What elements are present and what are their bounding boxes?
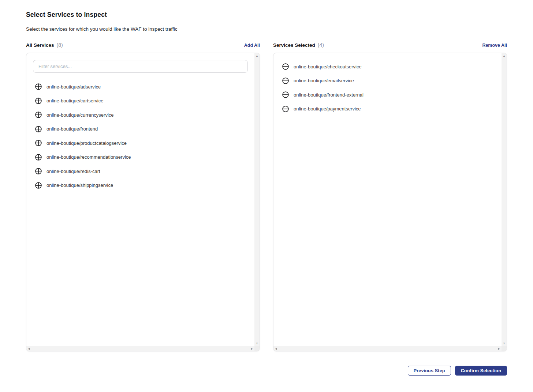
dual-list-container: All Services (8) Add All online-boutique… <box>26 42 507 351</box>
scroll-up-icon[interactable]: ▲ <box>256 54 258 57</box>
scroll-right-icon[interactable]: ▶ <box>251 347 253 350</box>
remove-all-link[interactable]: Remove All <box>482 43 507 48</box>
all-services-header: All Services (8) Add All <box>26 42 260 48</box>
service-name: online-boutique/shippingservice <box>46 182 113 188</box>
service-row[interactable]: online-boutique/recommendationservice <box>26 150 254 165</box>
page-title: Select Services to Inspect <box>26 11 507 19</box>
service-row[interactable]: online-boutique/cartservice <box>26 94 254 108</box>
all-services-title: All Services <box>26 42 54 48</box>
minus-circle-icon[interactable] <box>282 91 289 98</box>
service-row[interactable]: online-boutique/frontend-external <box>273 88 502 102</box>
service-row[interactable]: online-boutique/shippingservice <box>26 178 254 193</box>
scrollbar-corner <box>254 346 260 351</box>
service-name: online-boutique/recommendationservice <box>46 154 131 160</box>
services-selected-column: Services Selected (4) Remove All online-… <box>273 42 507 351</box>
service-row[interactable]: online-boutique/frontend <box>26 122 254 136</box>
plus-circle-icon[interactable] <box>35 126 42 132</box>
add-all-link[interactable]: Add All <box>244 43 260 48</box>
confirm-selection-button[interactable]: Confirm Selection <box>455 366 507 376</box>
service-row[interactable]: online-boutique/productcatalogservice <box>26 136 254 150</box>
filter-wrap <box>26 53 254 73</box>
service-name: online-boutique/cartservice <box>46 98 103 103</box>
plus-circle-icon[interactable] <box>35 154 42 161</box>
service-name: online-boutique/productcatalogservice <box>46 140 127 146</box>
horizontal-scrollbar[interactable]: ◀ ▶ <box>273 346 502 351</box>
previous-step-button[interactable]: Previous Step <box>408 366 451 376</box>
service-name: online-boutique/emailservice <box>294 78 354 83</box>
minus-circle-icon[interactable] <box>282 63 289 70</box>
filter-services-input[interactable] <box>33 60 248 73</box>
wizard-footer: Previous Step Confirm Selection <box>26 366 507 376</box>
scrollbar-corner <box>502 346 507 351</box>
all-services-panel: online-boutique/adserviceonline-boutique… <box>26 53 260 351</box>
plus-circle-icon[interactable] <box>35 140 42 146</box>
scroll-down-icon[interactable]: ▼ <box>256 342 258 344</box>
service-name: online-boutique/adservice <box>46 84 101 90</box>
services-selected-count: (4) <box>318 42 324 48</box>
scroll-left-icon[interactable]: ◀ <box>275 347 277 350</box>
service-row[interactable]: online-boutique/emailservice <box>273 74 502 88</box>
all-services-panel-content: online-boutique/adserviceonline-boutique… <box>26 53 254 346</box>
service-row[interactable]: online-boutique/currencyservice <box>26 108 254 122</box>
services-selected-list: online-boutique/checkoutserviceonline-bo… <box>273 53 502 116</box>
services-selected-title: Services Selected <box>273 42 315 48</box>
plus-circle-icon[interactable] <box>35 168 42 174</box>
select-services-page: Select Services to Inspect Select the se… <box>0 0 533 376</box>
service-name: online-boutique/frontend-external <box>294 92 364 98</box>
minus-circle-icon[interactable] <box>282 78 289 84</box>
services-selected-panel-content: online-boutique/checkoutserviceonline-bo… <box>273 53 502 346</box>
service-row[interactable]: online-boutique/checkoutservice <box>273 60 502 74</box>
all-services-list: online-boutique/adserviceonline-boutique… <box>26 73 254 192</box>
plus-circle-icon[interactable] <box>35 112 42 118</box>
service-name: online-boutique/frontend <box>46 126 98 132</box>
service-name: online-boutique/redis-cart <box>46 169 100 174</box>
all-services-column: All Services (8) Add All online-boutique… <box>26 42 260 351</box>
scroll-right-icon[interactable]: ▶ <box>498 347 500 350</box>
service-row[interactable]: online-boutique/paymentservice <box>273 102 502 116</box>
service-name: online-boutique/paymentservice <box>294 106 361 112</box>
service-name: online-boutique/currencyservice <box>46 112 114 118</box>
services-selected-header: Services Selected (4) Remove All <box>273 42 507 48</box>
scroll-left-icon[interactable]: ◀ <box>28 347 30 350</box>
horizontal-scrollbar[interactable]: ◀ ▶ <box>26 346 254 351</box>
services-selected-panel: online-boutique/checkoutserviceonline-bo… <box>273 53 507 351</box>
scroll-up-icon[interactable]: ▲ <box>503 54 506 57</box>
plus-circle-icon[interactable] <box>35 98 42 104</box>
page-subtitle: Select the services for which you would … <box>26 26 507 32</box>
all-services-count: (8) <box>57 42 63 48</box>
vertical-scrollbar[interactable]: ▲ ▼ <box>502 53 507 346</box>
service-row[interactable]: online-boutique/adservice <box>26 80 254 94</box>
minus-circle-icon[interactable] <box>282 106 289 112</box>
plus-circle-icon[interactable] <box>35 83 42 90</box>
service-name: online-boutique/checkoutservice <box>294 64 362 69</box>
service-row[interactable]: online-boutique/redis-cart <box>26 164 254 178</box>
scroll-down-icon[interactable]: ▼ <box>503 342 506 344</box>
plus-circle-icon[interactable] <box>35 182 42 189</box>
vertical-scrollbar[interactable]: ▲ ▼ <box>254 53 260 346</box>
